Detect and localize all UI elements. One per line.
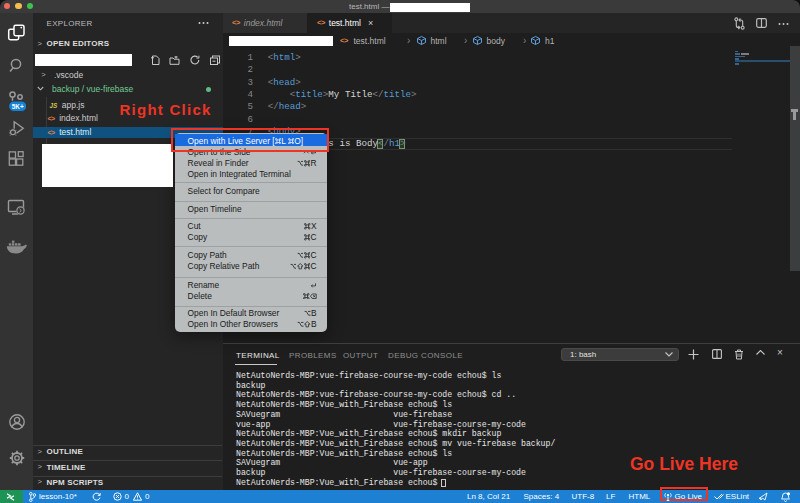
svg-text:5K+: 5K+ xyxy=(11,103,23,110)
